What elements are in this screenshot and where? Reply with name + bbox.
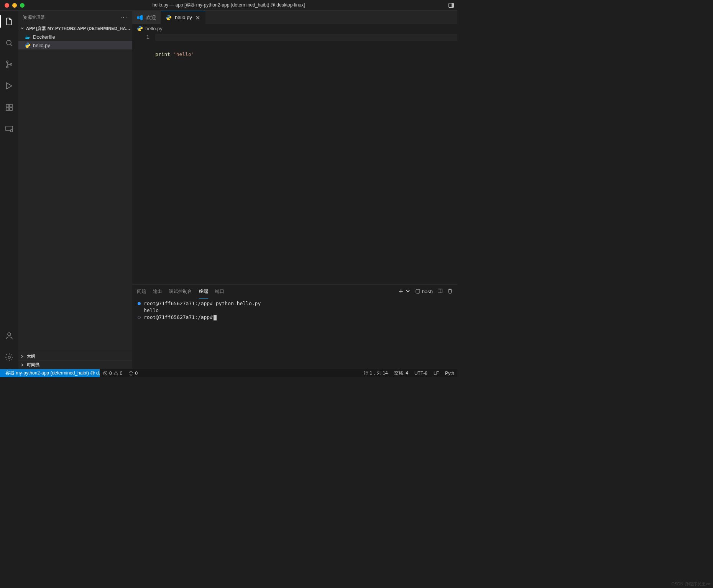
svg-rect-1 xyxy=(452,3,454,7)
svg-point-6 xyxy=(6,88,8,89)
svg-point-18 xyxy=(131,374,131,375)
close-tab-icon[interactable] xyxy=(195,15,200,20)
status-remote-label: 容器 my-python2-app (determined_haibt) @ d… xyxy=(5,370,100,376)
terminal-line: hello xyxy=(138,307,452,314)
terminal-shell-label: bash xyxy=(422,289,433,294)
status-ports[interactable]: 0 xyxy=(125,369,141,377)
status-bar: 容器 my-python2-app (determined_haibt) @ d… xyxy=(0,369,457,377)
svg-rect-8 xyxy=(10,104,12,107)
bottom-panel: 问题 输出 调试控制台 终端 端口 bash xyxy=(132,284,457,369)
line-gutter: 1 xyxy=(132,33,155,284)
activity-extensions[interactable] xyxy=(0,100,18,115)
svg-rect-15 xyxy=(416,289,420,293)
window-controls xyxy=(3,3,25,8)
svg-point-5 xyxy=(10,64,12,65)
terminal-line: root@71ff65627a71:/app# xyxy=(138,314,452,321)
terminal-line: root@71ff65627a71:/app# python hello.py xyxy=(138,300,452,307)
activity-source-control[interactable] xyxy=(0,57,18,72)
panel-tab-problems[interactable]: 问题 xyxy=(137,287,146,296)
folder-header[interactable]: APP [容器 MY-PYTHON2-APP (DETERMINED_HAIBT… xyxy=(18,24,132,33)
terminal-cursor xyxy=(214,315,217,320)
panel-tab-output[interactable]: 输出 xyxy=(153,287,162,296)
svg-point-2 xyxy=(7,40,11,45)
terminal-status-dot xyxy=(138,302,141,305)
status-encoding[interactable]: UTF-8 xyxy=(411,369,430,377)
svg-point-14 xyxy=(8,356,10,358)
section-outline[interactable]: 大纲 xyxy=(18,352,132,360)
status-eol[interactable]: LF xyxy=(430,369,442,377)
terminal-output[interactable]: root@71ff65627a71:/app# python hello.py … xyxy=(132,298,457,369)
activity-explorer[interactable] xyxy=(0,14,18,29)
file-label: Dockerfile xyxy=(33,34,55,40)
svg-rect-7 xyxy=(6,104,9,107)
sidebar-title: 资源管理器 xyxy=(23,15,45,20)
current-line-highlight xyxy=(155,34,457,41)
editor-group: 欢迎 hello.py hello.py 1 print 'hello' xyxy=(132,11,457,369)
window-title: hello.py — app [容器 my-python2-app (deter… xyxy=(153,2,305,8)
layout-toggle-icon[interactable] xyxy=(448,2,454,8)
kill-terminal-icon[interactable] xyxy=(447,288,453,295)
tab-label: hello.py xyxy=(175,15,192,20)
activity-bar xyxy=(0,11,18,369)
svg-point-13 xyxy=(8,333,11,336)
line-number: 1 xyxy=(132,34,149,40)
activity-accounts[interactable] xyxy=(0,328,18,343)
section-timeline-label: 时间线 xyxy=(27,362,39,368)
new-terminal-button[interactable] xyxy=(398,289,411,294)
tab-hello-py[interactable]: hello.py xyxy=(161,11,205,24)
code-area[interactable]: print 'hello' xyxy=(155,33,457,284)
terminal-command: python hello.py xyxy=(216,301,261,306)
file-label: hello.py xyxy=(33,43,50,48)
status-cursor-position[interactable]: 行 1，列 14 xyxy=(361,369,391,377)
file-dockerfile[interactable]: Dockerfile xyxy=(18,33,132,41)
code-line: print 'hello' xyxy=(155,51,457,58)
breadcrumb[interactable]: hello.py xyxy=(132,24,457,33)
section-timeline[interactable]: 时间线 xyxy=(18,360,132,369)
terminal-output-text: hello xyxy=(144,307,159,314)
svg-point-12 xyxy=(10,130,13,132)
terminal-status-dot xyxy=(138,316,141,319)
panel-tab-debug[interactable]: 调试控制台 xyxy=(169,287,192,296)
code-editor[interactable]: 1 print 'hello' xyxy=(132,33,457,284)
status-language[interactable]: Pyth xyxy=(442,369,457,377)
activity-remote[interactable] xyxy=(0,121,18,136)
close-window-button[interactable] xyxy=(5,3,9,8)
svg-point-4 xyxy=(7,66,8,68)
breadcrumb-label: hello.py xyxy=(145,26,163,31)
panel-tab-ports[interactable]: 端口 xyxy=(215,287,224,296)
sidebar-more-icon[interactable]: ··· xyxy=(120,14,128,21)
terminal-prompt: root@71ff65627a71:/app# xyxy=(144,301,213,306)
minimize-window-button[interactable] xyxy=(12,3,17,8)
titlebar: hello.py — app [容器 my-python2-app (deter… xyxy=(0,0,457,11)
folder-name: APP [容器 MY-PYTHON2-APP (DETERMINED_HAIBT… xyxy=(26,26,131,31)
status-warnings-count: 0 xyxy=(120,371,123,376)
split-terminal-icon[interactable] xyxy=(437,288,443,295)
file-hello-py[interactable]: hello.py xyxy=(18,41,132,49)
svg-point-3 xyxy=(7,61,8,62)
section-outline-label: 大纲 xyxy=(27,353,35,359)
panel-tab-terminal[interactable]: 终端 xyxy=(199,287,208,296)
status-remote-indicator[interactable]: 容器 my-python2-app (determined_haibt) @ d… xyxy=(0,369,100,377)
sidebar-explorer: 资源管理器 ··· APP [容器 MY-PYTHON2-APP (DETERM… xyxy=(18,11,132,369)
terminal-prompt: root@71ff65627a71:/app# xyxy=(144,314,213,320)
svg-rect-10 xyxy=(10,108,12,110)
status-indent[interactable]: 空格: 4 xyxy=(391,369,411,377)
status-ports-count: 0 xyxy=(135,371,138,376)
status-errors-count: 0 xyxy=(109,371,112,376)
status-problems[interactable]: 0 0 xyxy=(100,369,125,377)
activity-settings[interactable] xyxy=(0,350,18,365)
editor-tabs: 欢迎 hello.py xyxy=(132,11,457,24)
tab-label: 欢迎 xyxy=(146,14,156,21)
activity-run-debug[interactable] xyxy=(0,78,18,94)
svg-rect-9 xyxy=(6,108,9,110)
tab-welcome[interactable]: 欢迎 xyxy=(132,11,161,24)
maximize-window-button[interactable] xyxy=(20,3,25,8)
terminal-profile[interactable]: bash xyxy=(415,289,433,294)
activity-search[interactable] xyxy=(0,35,18,51)
